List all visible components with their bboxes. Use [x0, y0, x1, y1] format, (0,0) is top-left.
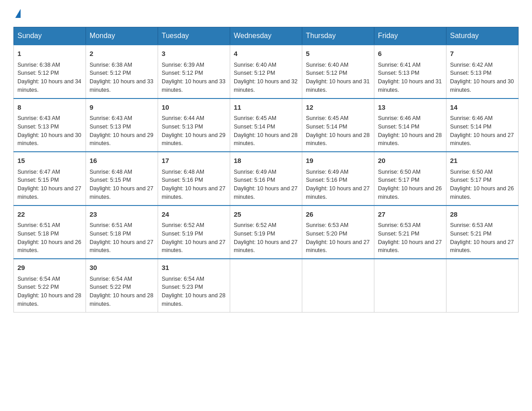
sunset-label: Sunset: 5:21 PM [378, 231, 419, 237]
daylight-label: Daylight: 10 hours and 27 minutes. [90, 185, 153, 200]
header-cell-monday: Monday [86, 27, 158, 45]
day-cell: 23 Sunrise: 6:51 AM Sunset: 5:18 PM Dayl… [86, 206, 158, 259]
daylight-label: Daylight: 10 hours and 26 minutes. [450, 185, 514, 200]
sunrise-label: Sunrise: 6:40 AM [306, 62, 348, 68]
day-cell: 22 Sunrise: 6:51 AM Sunset: 5:18 PM Dayl… [14, 206, 86, 259]
day-cell: 8 Sunrise: 6:43 AM Sunset: 5:13 PM Dayli… [14, 98, 86, 152]
sunrise-label: Sunrise: 6:54 AM [162, 276, 204, 282]
day-cell: 25 Sunrise: 6:52 AM Sunset: 5:19 PM Dayl… [230, 206, 302, 259]
day-cell: 17 Sunrise: 6:48 AM Sunset: 5:16 PM Dayl… [158, 152, 230, 206]
day-number: 12 [306, 103, 370, 113]
day-number: 13 [378, 103, 442, 113]
daylight-label: Daylight: 10 hours and 26 minutes. [17, 239, 81, 254]
daylight-label: Daylight: 10 hours and 29 minutes. [162, 132, 225, 147]
day-cell: 29 Sunrise: 6:54 AM Sunset: 5:22 PM Dayl… [14, 259, 86, 312]
day-number: 6 [378, 49, 442, 59]
sunrise-label: Sunrise: 6:38 AM [90, 62, 132, 68]
sunrise-label: Sunrise: 6:53 AM [306, 222, 348, 228]
sunset-label: Sunset: 5:12 PM [17, 70, 59, 76]
day-cell: 4 Sunrise: 6:40 AM Sunset: 5:12 PM Dayli… [230, 45, 302, 98]
day-number: 25 [234, 210, 298, 220]
sunset-label: Sunset: 5:19 PM [162, 231, 203, 237]
day-number: 1 [17, 49, 82, 59]
sunset-label: Sunset: 5:20 PM [306, 231, 347, 237]
sunrise-label: Sunrise: 6:41 AM [378, 62, 420, 68]
sunset-label: Sunset: 5:16 PM [162, 177, 203, 183]
daylight-label: Daylight: 10 hours and 34 minutes. [17, 78, 81, 93]
day-number: 19 [306, 156, 370, 166]
day-number: 22 [17, 210, 82, 220]
day-number: 27 [378, 210, 442, 220]
sunset-label: Sunset: 5:14 PM [450, 124, 491, 130]
sunset-label: Sunset: 5:23 PM [162, 284, 203, 290]
sunrise-label: Sunrise: 6:54 AM [17, 276, 60, 282]
day-cell: 26 Sunrise: 6:53 AM Sunset: 5:20 PM Dayl… [302, 206, 374, 259]
sunrise-label: Sunrise: 6:48 AM [90, 169, 132, 175]
day-number: 2 [90, 49, 154, 59]
sunset-label: Sunset: 5:14 PM [378, 124, 419, 130]
sunset-label: Sunset: 5:16 PM [234, 177, 275, 183]
day-cell: 1 Sunrise: 6:38 AM Sunset: 5:12 PM Dayli… [14, 45, 86, 98]
daylight-label: Daylight: 10 hours and 27 minutes. [378, 239, 442, 254]
daylight-label: Daylight: 10 hours and 33 minutes. [90, 78, 153, 93]
day-number: 18 [234, 156, 298, 166]
day-cell: 16 Sunrise: 6:48 AM Sunset: 5:15 PM Dayl… [86, 152, 158, 206]
daylight-label: Daylight: 10 hours and 27 minutes. [306, 239, 369, 254]
day-number: 3 [162, 49, 226, 59]
daylight-label: Daylight: 10 hours and 28 minutes. [17, 292, 81, 307]
daylight-label: Daylight: 10 hours and 27 minutes. [17, 185, 81, 200]
day-cell: 5 Sunrise: 6:40 AM Sunset: 5:12 PM Dayli… [302, 45, 374, 98]
sunrise-label: Sunrise: 6:53 AM [378, 222, 420, 228]
day-cell: 20 Sunrise: 6:50 AM Sunset: 5:17 PM Dayl… [374, 152, 446, 206]
day-number: 23 [90, 210, 154, 220]
logo-triangle-icon [15, 9, 21, 18]
day-number: 21 [450, 156, 515, 166]
week-row-3: 15 Sunrise: 6:47 AM Sunset: 5:15 PM Dayl… [14, 152, 519, 206]
day-number: 4 [234, 49, 298, 59]
sunset-label: Sunset: 5:13 PM [450, 70, 491, 76]
page-header [13, 9, 519, 18]
daylight-label: Daylight: 10 hours and 27 minutes. [234, 185, 297, 200]
day-cell [446, 259, 519, 312]
calendar-body: 1 Sunrise: 6:38 AM Sunset: 5:12 PM Dayli… [14, 45, 519, 312]
day-number: 11 [234, 103, 298, 113]
day-cell: 9 Sunrise: 6:43 AM Sunset: 5:13 PM Dayli… [86, 98, 158, 152]
day-cell: 3 Sunrise: 6:39 AM Sunset: 5:12 PM Dayli… [158, 45, 230, 98]
sunrise-label: Sunrise: 6:48 AM [162, 169, 204, 175]
sunrise-label: Sunrise: 6:43 AM [17, 115, 60, 121]
day-number: 14 [450, 103, 515, 113]
sunrise-label: Sunrise: 6:38 AM [17, 62, 60, 68]
day-number: 20 [378, 156, 442, 166]
sunset-label: Sunset: 5:17 PM [378, 177, 419, 183]
daylight-label: Daylight: 10 hours and 31 minutes. [306, 78, 369, 93]
daylight-label: Daylight: 10 hours and 27 minutes. [306, 185, 369, 200]
day-cell: 11 Sunrise: 6:45 AM Sunset: 5:14 PM Dayl… [230, 98, 302, 152]
sunrise-label: Sunrise: 6:50 AM [450, 169, 493, 175]
day-cell: 27 Sunrise: 6:53 AM Sunset: 5:21 PM Dayl… [374, 206, 446, 259]
day-cell: 28 Sunrise: 6:53 AM Sunset: 5:21 PM Dayl… [446, 206, 519, 259]
header-cell-wednesday: Wednesday [230, 27, 302, 45]
sunset-label: Sunset: 5:17 PM [450, 177, 491, 183]
day-number: 31 [162, 263, 226, 273]
sunrise-label: Sunrise: 6:50 AM [378, 169, 420, 175]
sunrise-label: Sunrise: 6:52 AM [234, 222, 276, 228]
sunset-label: Sunset: 5:16 PM [306, 177, 347, 183]
day-cell: 13 Sunrise: 6:46 AM Sunset: 5:14 PM Dayl… [374, 98, 446, 152]
logo [13, 9, 21, 18]
daylight-label: Daylight: 10 hours and 32 minutes. [234, 78, 297, 93]
daylight-label: Daylight: 10 hours and 27 minutes. [234, 239, 297, 254]
sunrise-label: Sunrise: 6:45 AM [234, 115, 276, 121]
day-cell: 14 Sunrise: 6:46 AM Sunset: 5:14 PM Dayl… [446, 98, 519, 152]
sunrise-label: Sunrise: 6:51 AM [17, 222, 60, 228]
sunrise-label: Sunrise: 6:40 AM [234, 62, 276, 68]
day-number: 26 [306, 210, 370, 220]
day-number: 7 [450, 49, 515, 59]
daylight-label: Daylight: 10 hours and 28 minutes. [234, 132, 297, 147]
day-cell: 30 Sunrise: 6:54 AM Sunset: 5:22 PM Dayl… [86, 259, 158, 312]
day-cell: 24 Sunrise: 6:52 AM Sunset: 5:19 PM Dayl… [158, 206, 230, 259]
daylight-label: Daylight: 10 hours and 27 minutes. [450, 132, 514, 147]
sunset-label: Sunset: 5:12 PM [90, 70, 131, 76]
header-cell-saturday: Saturday [446, 27, 519, 45]
sunrise-label: Sunrise: 6:53 AM [450, 222, 493, 228]
sunset-label: Sunset: 5:19 PM [234, 231, 275, 237]
